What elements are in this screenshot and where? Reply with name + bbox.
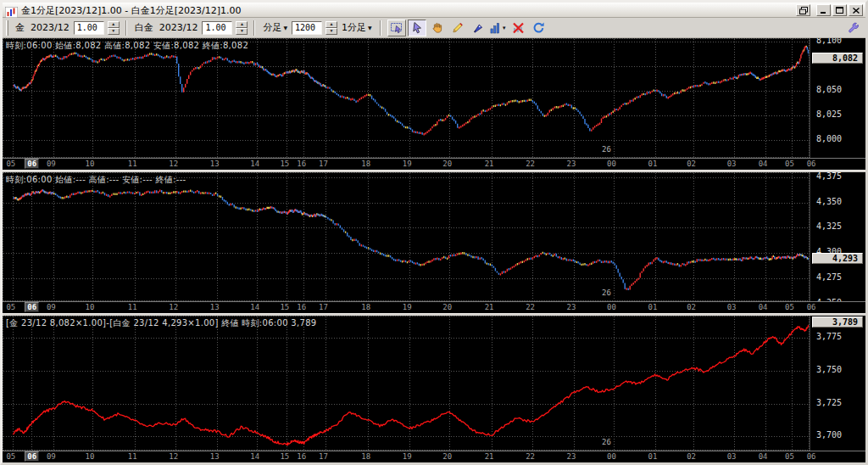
time-tick-label: 17 — [319, 160, 328, 168]
time-tick-label: 19 — [403, 160, 412, 168]
chevron-down-icon: ▼ — [283, 25, 287, 31]
time-tick-label: 04 — [759, 160, 768, 168]
time-tick-label: 00 — [607, 303, 616, 311]
title-bar[interactable]: 金1分足[2023/12]1.00 - 白金1分足[2023/12]1.00 — [3, 3, 865, 18]
platinum-price-axis[interactable]: 4,3754,3504,3254,3004,2754,2504,293 — [810, 172, 865, 313]
time-tick-label: 17 — [319, 452, 328, 461]
gold-contract-select[interactable]: 2023/12 — [29, 22, 71, 33]
time-tick-label: 11 — [128, 160, 137, 168]
price-tick-label: 8,000 — [816, 134, 842, 143]
period-type-select[interactable]: 分足▼ — [261, 21, 289, 34]
platinum-contract-select[interactable]: 2023/12 — [158, 22, 200, 33]
time-tick-label: 06 — [25, 302, 39, 312]
pen-icon[interactable] — [469, 20, 487, 36]
platinum-multiplier-up[interactable]: ▲ — [236, 21, 248, 28]
time-tick-label: 14 — [250, 303, 259, 311]
time-tick-label: 13 — [210, 452, 220, 461]
minimize-button[interactable] — [816, 4, 831, 16]
bar-count-down[interactable]: ▼ — [326, 28, 337, 35]
platinum-multiplier-down[interactable]: ▼ — [236, 28, 248, 35]
time-tick-label: 13 — [210, 303, 220, 311]
date-label: 26 — [602, 289, 611, 297]
bar-count-up[interactable]: ▲ — [326, 21, 337, 28]
time-tick-label: 05 — [6, 452, 15, 461]
time-tick-label: 23 — [567, 303, 576, 311]
time-tick-label: 16 — [297, 160, 306, 168]
bar-count-stepper: ▲▼ — [326, 21, 337, 35]
time-tick-label: 21 — [485, 303, 494, 311]
clear-drawings-icon[interactable] — [509, 20, 528, 36]
price-tick-label: 4,375 — [816, 172, 842, 181]
time-tick-label: 09 — [47, 452, 56, 461]
time-tick-label: 20 — [442, 303, 452, 311]
candlestick-chart-icon — [5, 5, 18, 16]
time-tick-label: 04 — [759, 452, 768, 461]
platinum-multiplier-input[interactable]: 1.00 — [202, 21, 232, 35]
time-tick-label: 14 — [250, 452, 259, 461]
price-tick-label: 4,350 — [816, 197, 842, 206]
hand-icon[interactable] — [428, 20, 447, 36]
interval-select[interactable]: 1分足▼ — [340, 21, 374, 34]
time-tick-label: 11 — [128, 303, 137, 311]
price-tick-label: 8,025 — [816, 109, 842, 119]
toolbar-grip[interactable] — [6, 20, 8, 36]
wrench-icon[interactable] — [843, 20, 862, 36]
price-tick-label: 4,275 — [816, 272, 842, 282]
maximize-button[interactable] — [832, 4, 847, 16]
gold-multiplier-input[interactable]: 1.00 — [74, 21, 104, 35]
platinum-time-axis[interactable]: 0506091011121314151617181920212223000102… — [3, 301, 865, 313]
pencil-icon[interactable] — [448, 20, 467, 36]
refresh-icon[interactable] — [530, 20, 548, 36]
time-tick-label: 21 — [485, 160, 494, 168]
time-tick-label: 09 — [47, 160, 56, 168]
cursor-icon[interactable] — [408, 20, 426, 36]
time-tick-label: 23 — [567, 160, 576, 168]
platinum-chart-panel: 時刻:06:00 始値:--- 高値:--- 安値:--- 終値:--- 26 … — [3, 172, 865, 313]
separator — [380, 20, 381, 36]
gold-multiplier-stepper: ▲▼ — [108, 21, 120, 35]
bar-style-icon[interactable]: ▼ — [489, 20, 508, 36]
time-tick-label: 15 — [280, 452, 289, 461]
time-tick-label: 00 — [607, 452, 616, 461]
bar-count-input[interactable]: 1200 — [292, 21, 322, 35]
gold-multiplier-up[interactable]: ▲ — [108, 21, 120, 28]
platinum-label: 白金 — [133, 21, 155, 34]
gold-multiplier-down[interactable]: ▼ — [108, 28, 120, 35]
time-tick-label: 21 — [485, 452, 494, 461]
price-tick-label: 3,750 — [816, 365, 842, 374]
zoom-select-icon[interactable] — [387, 20, 406, 36]
gold-price-axis[interactable]: 8,1008,0508,0258,0008,082 — [810, 38, 865, 170]
time-tick-label: 12 — [169, 452, 178, 461]
time-tick-label: 05 — [785, 452, 794, 461]
time-tick-label: 01 — [648, 303, 658, 311]
platinum-plot-area[interactable]: 時刻:06:00 始値:--- 高値:--- 安値:--- 終値:--- 26 — [3, 172, 810, 301]
spread-plot-area[interactable]: [金 23/12 8,082×1.00]-[白金 23/12 4,293×1.0… — [3, 316, 810, 451]
time-tick-label: 20 — [442, 452, 452, 461]
time-tick-label: 15 — [280, 303, 289, 311]
time-tick-label: 05 — [6, 160, 15, 168]
spread-time-axis[interactable]: 0506091011121314151617181920212223000102… — [3, 451, 865, 462]
float-window-button[interactable] — [796, 4, 810, 16]
time-tick-label: 18 — [361, 303, 370, 311]
time-tick-label: 17 — [319, 303, 328, 311]
time-tick-label: 13 — [210, 160, 220, 168]
time-tick-label: 06 — [807, 452, 816, 461]
chart-window: 金1分足[2023/12]1.00 - 白金1分足[2023/12]1.00 金… — [0, 0, 868, 465]
date-label: 26 — [602, 145, 611, 154]
gold-plot-area[interactable]: 時刻:06:00 始値:8,082 高値:8,082 安値:8,082 終値:8… — [3, 38, 810, 158]
date-label: 26 — [602, 438, 611, 446]
gold-time-axis[interactable]: 0506091011121314151617181920212223000102… — [3, 158, 865, 170]
spread-formula-readout: [金 23/12 8,082×1.00]-[白金 23/12 4,293×1.0… — [6, 317, 316, 329]
time-tick-label: 19 — [403, 303, 412, 311]
price-tick-label: 3,775 — [816, 332, 842, 341]
time-tick-label: 16 — [297, 452, 306, 461]
time-tick-label: 01 — [648, 160, 658, 168]
separator — [253, 20, 255, 36]
time-tick-label: 02 — [687, 303, 696, 311]
gold-chart-panel: 時刻:06:00 始値:8,082 高値:8,082 安値:8,082 終値:8… — [3, 38, 865, 170]
time-tick-label: 05 — [785, 160, 794, 168]
spread-price-axis[interactable]: 3,7753,7503,7253,7003,789 — [810, 316, 865, 462]
time-tick-label: 05 — [785, 303, 794, 311]
close-button[interactable] — [849, 4, 863, 16]
current-price-box: 3,789 — [812, 317, 863, 328]
